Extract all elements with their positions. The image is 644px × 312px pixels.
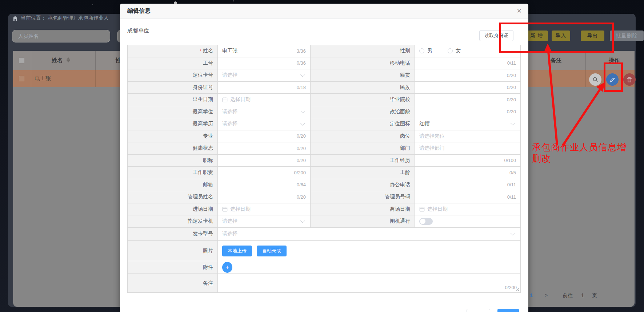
gate-pass-toggle[interactable]: [415, 215, 521, 228]
particle-dot: [233, 0, 234, 1]
label-text: 部门: [400, 145, 410, 151]
pagination-current-page[interactable]: 1: [530, 292, 533, 298]
major-input[interactable]: 0/20: [218, 130, 311, 143]
work-exp-input[interactable]: 0/100: [415, 155, 521, 167]
id-number-input[interactable]: 0/18: [218, 82, 311, 94]
school-input[interactable]: 0/20: [415, 94, 521, 106]
batch-delete-button[interactable]: 批量删除: [610, 31, 644, 41]
locate-icon-select[interactable]: 红帽: [415, 118, 521, 130]
locate-card-select[interactable]: 请选择: [218, 69, 311, 82]
native-place-input[interactable]: 0/20: [415, 69, 521, 82]
label-text: 姓名: [203, 48, 213, 54]
email-input[interactable]: 0/64: [218, 179, 311, 191]
work-years-input[interactable]: 0/5: [415, 167, 521, 179]
department-input[interactable]: 请选择部门: [415, 142, 521, 155]
local-upload-button[interactable]: 本地上传: [222, 246, 252, 256]
nation-input[interactable]: 0/20: [415, 82, 521, 94]
radio-option-1[interactable]: 女: [448, 48, 461, 54]
photo-upload[interactable]: 本地上传自动录取: [218, 241, 521, 261]
breadcrumb-text: 当前位置： 承包商管理》承包商作业人: [21, 15, 109, 21]
close-icon[interactable]: ✕: [517, 8, 522, 14]
radio-circle-icon: [448, 48, 453, 53]
radio-option-0[interactable]: 男: [419, 48, 432, 54]
political-input[interactable]: 0/20: [415, 106, 521, 118]
form-label: 管理员号码: [311, 191, 415, 203]
edit-info-dialog: 编辑信息 ✕ 成都单位 读取身份证 *姓名电工张3/36性别男女工号0/36移动…: [120, 4, 528, 312]
field-value: 红帽: [419, 121, 508, 127]
post-input[interactable]: 请选择岗位: [415, 130, 521, 143]
form-row: 健康状态0/20部门请选择部门: [128, 142, 521, 155]
office-phone-input[interactable]: 0/11: [415, 179, 521, 191]
pagination-goto-input[interactable]: 1: [581, 292, 584, 298]
gate-pass-toggle-track[interactable]: [419, 218, 433, 225]
field-value: 请选择岗位: [419, 133, 516, 139]
employee-no-input[interactable]: 0/36: [218, 57, 311, 70]
duty-input[interactable]: 0/200: [218, 167, 311, 179]
label-text: 出生日期: [193, 96, 213, 103]
dialog-title: 编辑信息: [127, 7, 151, 15]
char-counter: 0/20: [507, 73, 516, 78]
attachment-add[interactable]: +: [218, 261, 521, 274]
form-row: 邮箱0/64办公电话0/11: [128, 179, 521, 191]
form-row: 最高学位请选择政治面貌0/20: [128, 106, 521, 118]
select-all-checkbox[interactable]: [19, 58, 24, 63]
char-counter: 0/200: [294, 170, 306, 175]
form-label: 职称: [128, 155, 218, 167]
screen: 当前位置： 承包商管理》承包商作业人 人员姓名 新 增 导入 导出 批量删除 姓…: [0, 0, 644, 312]
birth-date-picker[interactable]: 选择日期: [218, 94, 311, 106]
calendar-icon: [222, 206, 228, 212]
char-counter: 0/200: [505, 285, 517, 290]
label-text: 毕业院校: [390, 96, 410, 103]
health-input[interactable]: 0/20: [218, 142, 311, 155]
button-label: 本地上传: [228, 248, 247, 254]
pagination-next-button[interactable]: >: [545, 292, 548, 298]
search-input[interactable]: 人员姓名: [12, 30, 110, 42]
label-text: 政治面貌: [390, 109, 410, 115]
auto-capture-button[interactable]: 自动录取: [257, 246, 287, 256]
admin-phone-input[interactable]: 0/11: [415, 191, 521, 203]
label-text: 发卡型号: [193, 231, 213, 237]
label-text: 指定发卡机: [188, 218, 213, 224]
sort-carets-icon[interactable]: [67, 57, 70, 62]
admin-name-input[interactable]: 0/20: [218, 191, 311, 203]
row-checkbox[interactable]: [19, 76, 24, 81]
form-row: 职称0/20工作经历0/100: [128, 155, 521, 167]
label-text: 最高学历: [193, 121, 213, 127]
form-label: 管理员姓名: [128, 191, 218, 203]
char-counter: 0/20: [507, 85, 516, 90]
degree-select[interactable]: 请选择: [218, 106, 311, 118]
label-text: 定位卡号: [193, 72, 213, 78]
leave-date-picker[interactable]: 选择日期: [415, 203, 521, 216]
card-model-select[interactable]: 请选择: [218, 228, 521, 241]
row-name-cell: 电工张: [35, 75, 51, 82]
form-row: 管理员姓名0/20管理员号码0/11: [128, 191, 521, 203]
chevron-down-icon: [300, 109, 305, 113]
unit-name-label: 成都单位: [127, 27, 149, 34]
char-counter: 0/36: [297, 60, 306, 66]
form-label: *姓名: [128, 45, 218, 57]
add-attachment-button[interactable]: +: [222, 262, 232, 273]
form-row: 工号0/36移动电话0/11: [128, 57, 521, 70]
form-label: 出生日期: [128, 94, 218, 106]
card-issuer-select[interactable]: 请选择: [218, 215, 311, 228]
char-counter: 0/5: [509, 170, 516, 175]
field-value: 请选择部门: [419, 145, 516, 151]
title-input[interactable]: 0/20: [218, 155, 311, 167]
char-counter: 0/20: [297, 158, 306, 163]
delete-button[interactable]: [623, 73, 636, 86]
remark-textarea[interactable]: 0/200: [218, 274, 521, 293]
confirm-button[interactable]: [497, 309, 519, 312]
mobile-input[interactable]: 0/11: [415, 57, 521, 70]
form-label: 最高学位: [128, 106, 218, 118]
education-select[interactable]: 请选择: [218, 118, 311, 130]
cancel-button[interactable]: [467, 309, 490, 312]
label-text: 最高学位: [193, 109, 213, 115]
form-label: 离场日期: [311, 203, 415, 216]
name-input[interactable]: 电工张3/36: [218, 45, 311, 57]
form-label: 健康状态: [128, 142, 218, 155]
resize-handle-icon[interactable]: [516, 288, 519, 291]
dialog-header: 编辑信息 ✕: [120, 4, 528, 19]
form-label: 工号: [128, 57, 218, 70]
view-button[interactable]: [589, 73, 601, 86]
enter-date-picker[interactable]: 选择日期: [218, 203, 311, 216]
